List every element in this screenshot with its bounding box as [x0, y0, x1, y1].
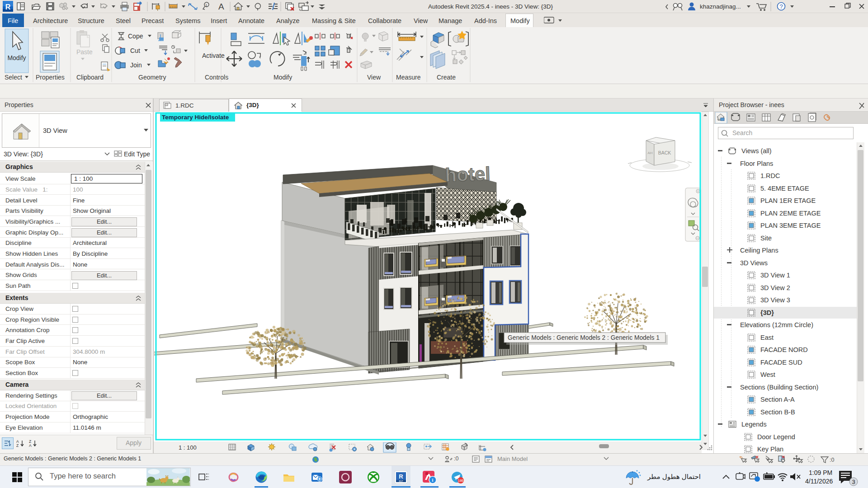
- svg-text:Clipboard: Clipboard: [76, 74, 104, 81]
- svg-text:Paste: Paste: [76, 48, 93, 56]
- svg-text:hotel: hotel: [445, 163, 491, 186]
- svg-text:Join: Join: [130, 61, 142, 69]
- svg-text:Z: Z: [16, 443, 19, 447]
- svg-text:?: ?: [780, 3, 783, 10]
- svg-text:Controls: Controls: [205, 74, 228, 81]
- svg-text:Modify: Modify: [274, 74, 292, 81]
- svg-text:BACK: BACK: [658, 150, 671, 155]
- svg-text:Cut: Cut: [130, 47, 140, 54]
- svg-text:Lt: Lt: [718, 118, 720, 121]
- svg-text:Cope: Cope: [128, 33, 143, 40]
- svg-text:A: A: [29, 443, 32, 447]
- svg-text:Create: Create: [437, 74, 456, 81]
- svg-text::0: :0: [830, 457, 834, 463]
- svg-text:186: 186: [458, 479, 464, 483]
- svg-text:Modify: Modify: [7, 54, 26, 61]
- svg-text:Select: Select: [5, 74, 22, 81]
- svg-text:A: A: [218, 2, 224, 11]
- svg-text:Properties: Properties: [36, 74, 65, 81]
- svg-text:HA: HA: [647, 151, 653, 155]
- svg-text:RVT: RVT: [399, 480, 403, 483]
- svg-text:3: 3: [852, 479, 855, 485]
- svg-text:Measure: Measure: [396, 74, 421, 81]
- svg-text:View: View: [367, 74, 381, 81]
- svg-text:Generic Models : Generic Model: Generic Models : Generic Models 2 : Gene…: [508, 334, 660, 341]
- svg-text:R: R: [399, 473, 403, 480]
- svg-text:Geometry: Geometry: [138, 74, 166, 81]
- svg-text:1: 1: [205, 3, 208, 7]
- svg-text:Activate: Activate: [202, 52, 225, 59]
- svg-text:i: i: [432, 478, 434, 483]
- svg-text:R: R: [5, 3, 11, 11]
